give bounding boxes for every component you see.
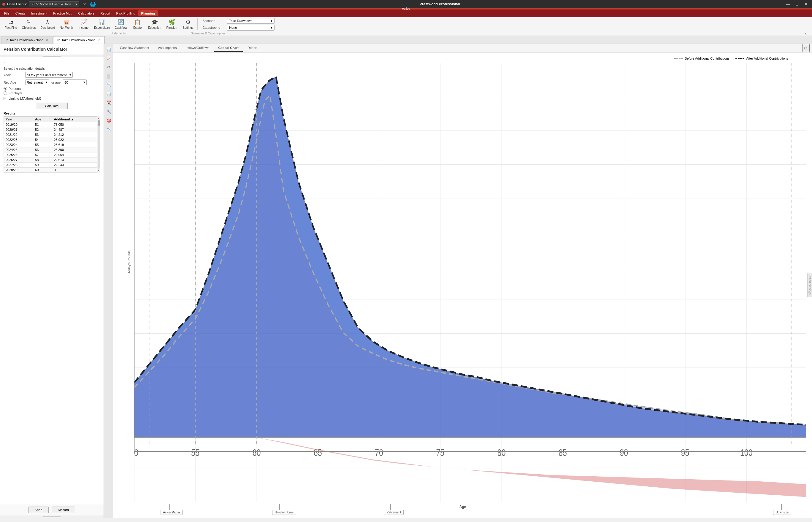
maximize-btn[interactable]: □ — [794, 1, 800, 7]
tab-capital-chart[interactable]: Capital Chart — [214, 44, 243, 52]
tab-2[interactable]: 🏳 Take Drawdown - None ✕ — [53, 36, 104, 44]
scrollbar-thumb — [98, 120, 100, 126]
table-row[interactable]: 2019/20 51 78,050 — [4, 122, 97, 127]
side-btn-7[interactable]: 📆 — [105, 98, 113, 107]
menu-report[interactable]: Report — [97, 11, 113, 16]
scroll-up-icon[interactable]: ▲ — [98, 117, 100, 120]
menu-practice[interactable]: Practice Mgt. — [50, 11, 75, 16]
year-select[interactable]: all tax years until retirement ▾ — [25, 72, 73, 78]
lta-checkbox[interactable]: Limit to LTA threshold? — [3, 97, 100, 100]
cashflow-label: Cashflow — [115, 26, 127, 29]
menu-investment[interactable]: Investment — [28, 11, 50, 16]
cell-year: 2021/22 — [4, 132, 33, 137]
toolbar-factfind[interactable]: 🗂 Fact Find — [2, 18, 20, 31]
svg-text:85: 85 — [559, 448, 567, 458]
toolbar-cashflow[interactable]: 🔄 Cashflow — [113, 18, 130, 31]
table-row[interactable]: 2024/25 56 23,300 — [4, 147, 97, 153]
scroll-down-icon[interactable]: ▼ — [98, 169, 100, 172]
calculate-btn[interactable]: Calculate — [36, 103, 68, 109]
table-scrollbar[interactable]: ▲ ▼ — [97, 116, 100, 173]
tab-close-1[interactable]: ✕ — [46, 38, 49, 42]
annotation-label-aston[interactable]: Aston Martin — [160, 510, 182, 515]
age-select[interactable]: 60 ▾ — [63, 79, 87, 85]
side-btn-2[interactable]: 📈 — [105, 54, 113, 62]
col-additional[interactable]: Additional ▲ — [52, 117, 97, 122]
annotation-retirement[interactable]: Retirement — [384, 504, 404, 515]
table-row[interactable]: 2020/21 52 24,487 — [4, 127, 97, 132]
cell-year: 2026/27 — [4, 158, 33, 163]
expand-btn[interactable]: ▲ — [804, 32, 807, 35]
close-btn[interactable]: ✕ — [803, 1, 810, 7]
annotation-downsize[interactable]: Downsize — [773, 504, 791, 515]
cell-additional: 22,243 — [52, 163, 97, 167]
annotation-label-holiday[interactable]: Holiday Home — [272, 510, 296, 515]
side-btn-1[interactable]: 📊 — [105, 45, 113, 54]
tab-report[interactable]: Report — [244, 44, 262, 52]
objectives-label: Objectives — [22, 26, 36, 29]
scroll-bottom — [0, 516, 103, 518]
side-btn-8[interactable]: 🔧 — [105, 107, 113, 116]
menu-file[interactable]: File — [1, 11, 13, 16]
tab-1[interactable]: 🏳 Take Drawdown - None ✕ — [1, 36, 53, 44]
menu-calculators[interactable]: Calculators — [75, 11, 97, 16]
table-row[interactable]: 2028/29 60 0 — [4, 167, 97, 173]
svg-text:55: 55 — [191, 448, 199, 458]
toolbar-objectives[interactable]: 🏳 Objectives — [20, 18, 38, 31]
tab-cashflow-stmt[interactable]: Cashflow Statement — [116, 44, 153, 52]
toolbar-pension[interactable]: 🌿 Pension — [163, 18, 180, 31]
tab-inflows[interactable]: Inflows/Outflows — [181, 44, 213, 52]
table-row[interactable]: 2026/27 58 22,613 — [4, 158, 97, 163]
radio-employer[interactable]: Employer — [3, 92, 100, 95]
side-btn-6[interactable]: 📊 — [105, 89, 113, 98]
table-row[interactable]: 2023/24 55 23,619 — [4, 142, 97, 147]
toolbar-settings[interactable]: ⚙ Settings — [180, 18, 196, 31]
menu-risk[interactable]: Risk Profiling — [113, 11, 138, 16]
panel-scroll[interactable]: 2. Select the calculation details Year: … — [0, 57, 103, 504]
side-btn-5[interactable]: 📉 — [105, 81, 113, 89]
scroll-bar-top — [43, 56, 61, 57]
col-year[interactable]: Year — [4, 117, 33, 122]
lta-checkbox-box — [3, 97, 7, 100]
active-label: Active — [402, 8, 410, 9]
menu-clients[interactable]: Clients — [13, 11, 28, 16]
client-selector[interactable]: 3055: Michael Client & Jane... ▾ — [29, 1, 79, 7]
annotation-holiday[interactable]: Holiday Home — [272, 504, 296, 515]
client-dropdown-icon[interactable]: ▾ — [75, 2, 77, 6]
retage-select[interactable]: Retirement ▾ — [25, 79, 49, 85]
tab-close-2[interactable]: ✕ — [98, 38, 101, 42]
annotation-label-downsize[interactable]: Downsize — [773, 510, 791, 515]
toolbar-dashboard[interactable]: ⏱ Dashboard — [38, 18, 57, 31]
table-row[interactable]: 2021/22 53 24,212 — [4, 132, 97, 137]
tab-assumptions[interactable]: Assumptions — [154, 44, 181, 52]
chart-settings-side[interactable]: Chart Settings — [807, 274, 812, 297]
toolbar-expenditure[interactable]: 📊 Expenditure — [92, 18, 112, 31]
annotation-aston-martin[interactable]: Aston Martin — [160, 504, 182, 515]
scenario-select[interactable]: Take Drawdown ▾ — [227, 18, 274, 24]
tab-icon-2: 🏳 — [57, 38, 60, 42]
discard-btn[interactable]: Discard — [52, 506, 75, 513]
side-btn-9[interactable]: 🎯 — [105, 116, 113, 125]
keep-btn[interactable]: Keep — [28, 506, 49, 513]
cell-age: 58 — [33, 158, 52, 163]
table-row[interactable]: 2027/28 59 22,243 — [4, 163, 97, 167]
table-row[interactable]: 2025/26 57 22,964 — [4, 153, 97, 158]
minimize-btn[interactable]: — — [784, 1, 792, 7]
client-value: 3055: Michael Client & Jane... — [31, 2, 74, 6]
menu-planning[interactable]: Planning — [138, 11, 158, 16]
col-age[interactable]: Age — [33, 117, 52, 122]
toolbar-networth[interactable]: 🐷 Net Worth — [57, 18, 75, 31]
catastrophe-select[interactable]: None ▾ — [227, 25, 274, 31]
side-btn-3[interactable]: ⚙ — [105, 63, 113, 71]
toolbar-income[interactable]: 📈 Income — [75, 18, 92, 31]
toolbar-education[interactable]: 🎓 Education — [146, 18, 163, 31]
radio-personal[interactable]: Personal — [3, 87, 100, 91]
side-btn-10[interactable]: 📉 — [105, 125, 113, 134]
chart-settings-btn[interactable]: ⚙ — [802, 44, 810, 52]
side-btn-4[interactable]: ▓ — [105, 72, 113, 80]
table-row[interactable]: 2022/23 54 23,922 — [4, 137, 97, 142]
toolbar-estate[interactable]: 📋 Estate — [130, 18, 146, 31]
annotation-label-retirement[interactable]: Retirement — [384, 510, 404, 515]
radio-personal-label: Personal — [8, 87, 21, 91]
client-close-btn[interactable]: ✕ — [81, 1, 88, 7]
expenditure-icon: 📊 — [99, 19, 105, 25]
